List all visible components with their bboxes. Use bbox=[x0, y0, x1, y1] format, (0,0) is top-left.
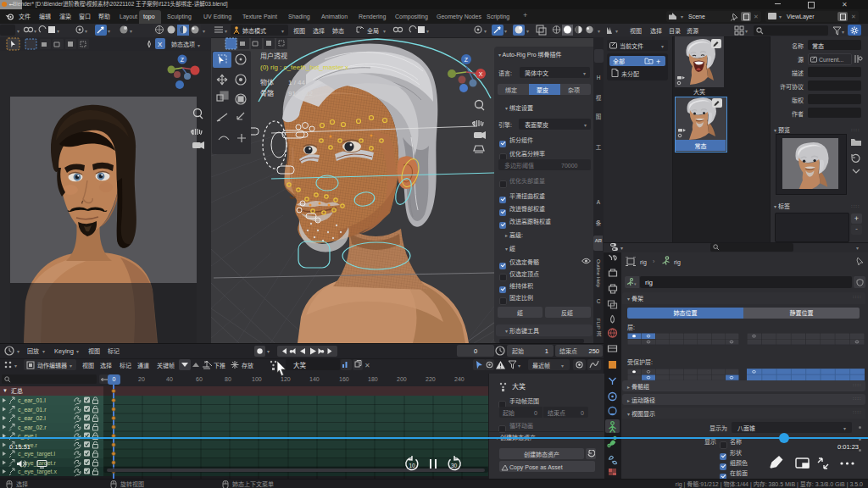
svg-text:c_eye_target.l: c_eye_target.l bbox=[18, 451, 55, 458]
svg-text:▾: ▾ bbox=[76, 349, 79, 354]
svg-text:大笑: 大笑 bbox=[293, 361, 306, 369]
svg-text:c_ear_01.r: c_ear_01.r bbox=[18, 407, 47, 413]
svg-text:姉态模式: 姉态模式 bbox=[242, 27, 266, 35]
svg-text:▾: ▾ bbox=[426, 29, 429, 34]
svg-text:Z: Z bbox=[181, 57, 185, 63]
svg-text:1: 1 bbox=[545, 347, 548, 355]
svg-text:▾: ▾ bbox=[518, 363, 520, 369]
svg-text:▾: ▾ bbox=[504, 29, 507, 34]
svg-text:30: 30 bbox=[451, 463, 458, 469]
svg-text:选择: 选择 bbox=[100, 362, 112, 369]
svg-text:▾: ▾ bbox=[383, 29, 386, 34]
svg-text:▾: ▾ bbox=[620, 246, 623, 251]
svg-text:视图: 视图 bbox=[293, 27, 305, 35]
svg-text:▾: ▾ bbox=[745, 29, 748, 34]
svg-text:c_ear_02.r: c_ear_02.r bbox=[18, 424, 47, 431]
svg-text:▾: ▾ bbox=[842, 30, 844, 35]
svg-text:5: 5 bbox=[648, 59, 650, 64]
svg-text:▾: ▾ bbox=[225, 29, 227, 34]
svg-text:▾: ▾ bbox=[17, 349, 19, 354]
svg-text:c_ear_01.l: c_ear_01.l bbox=[18, 397, 46, 404]
svg-text:▾: ▾ bbox=[526, 29, 529, 34]
svg-text:▾: ▾ bbox=[57, 29, 59, 34]
svg-text:视图: 视图 bbox=[82, 362, 94, 369]
svg-text:▾: ▾ bbox=[108, 29, 110, 34]
svg-text:▾: ▾ bbox=[203, 29, 205, 34]
svg-text:▾: ▾ bbox=[484, 29, 487, 34]
svg-text:X: X bbox=[479, 71, 483, 77]
svg-text:▾: ▾ bbox=[34, 29, 36, 34]
svg-text:+: + bbox=[656, 58, 660, 66]
svg-text:▾: ▾ bbox=[634, 281, 637, 286]
svg-text:▾: ▾ bbox=[598, 29, 600, 34]
svg-text:回放: 回放 bbox=[27, 347, 39, 355]
svg-text:动作编辑器: 动作编辑器 bbox=[37, 362, 67, 369]
svg-text:姉态: 姉态 bbox=[332, 27, 344, 35]
svg-text:全局: 全局 bbox=[367, 27, 379, 35]
svg-text:关键帧: 关键帧 bbox=[157, 362, 175, 369]
svg-text:起始: 起始 bbox=[512, 347, 524, 355]
svg-text:通道: 通道 bbox=[137, 362, 149, 369]
svg-text:最近帧: 最近帧 bbox=[532, 362, 550, 369]
svg-text:标记: 标记 bbox=[108, 347, 120, 355]
svg-text:下推: 下推 bbox=[214, 362, 225, 369]
svg-text:视图: 视图 bbox=[88, 347, 100, 355]
svg-text:▾: ▾ bbox=[85, 29, 87, 34]
svg-text:▾: ▾ bbox=[267, 349, 270, 354]
svg-text:▾: ▾ bbox=[281, 29, 284, 34]
svg-text:0: 0 bbox=[474, 347, 477, 355]
svg-text:c_ear_02.l: c_ear_02.l bbox=[18, 415, 46, 422]
svg-text:结束点: 结束点 bbox=[559, 347, 577, 355]
svg-text:Keying: Keying bbox=[54, 347, 74, 355]
svg-text:▾: ▾ bbox=[615, 29, 618, 34]
svg-text:10: 10 bbox=[409, 463, 416, 469]
svg-text:250: 250 bbox=[588, 347, 599, 355]
svg-text:存放: 存放 bbox=[242, 362, 253, 369]
svg-text:标记: 标记 bbox=[120, 362, 131, 369]
svg-text:▾: ▾ bbox=[561, 363, 564, 369]
svg-text:✕: ✕ bbox=[364, 362, 370, 369]
svg-text:▾: ▾ bbox=[42, 349, 45, 354]
svg-text:c_eye_target.x: c_eye_target.x bbox=[18, 469, 57, 475]
svg-text:选择: 选择 bbox=[313, 27, 325, 35]
svg-text:▾: ▾ bbox=[14, 363, 17, 369]
svg-text:X: X bbox=[158, 41, 163, 48]
svg-text:▾: ▾ bbox=[130, 29, 132, 34]
svg-text:Z: Z bbox=[465, 57, 469, 63]
svg-text:▾: ▾ bbox=[17, 29, 19, 34]
svg-text:▾: ▾ bbox=[70, 363, 72, 369]
